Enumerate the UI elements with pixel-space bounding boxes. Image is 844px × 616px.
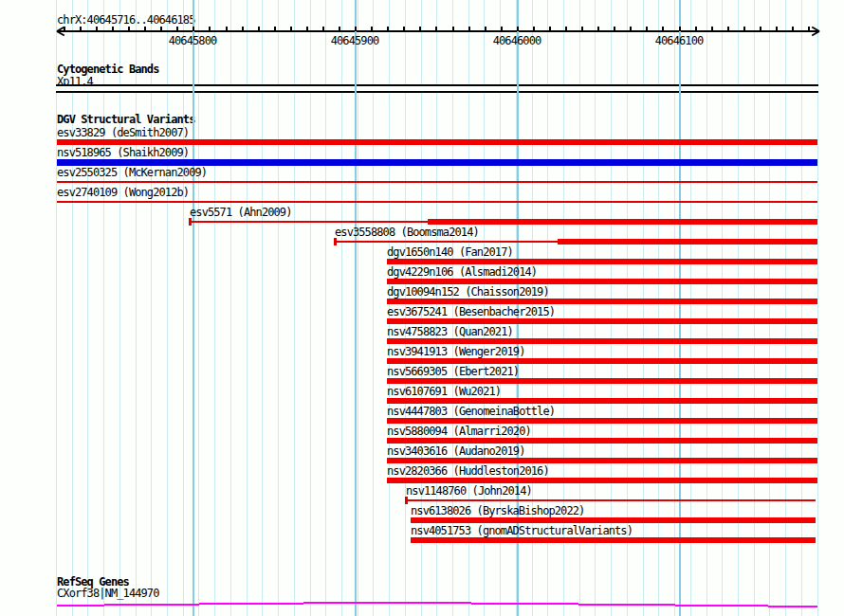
ruler-tick bbox=[96, 27, 98, 31]
variant-label[interactable]: esv3558808 (Boomsma2014) bbox=[335, 226, 479, 239]
ruler-tick bbox=[371, 27, 373, 31]
gene-line-segment[interactable] bbox=[303, 602, 471, 604]
ruler-tick bbox=[452, 27, 454, 31]
ruler-tick bbox=[646, 27, 648, 31]
variant-label[interactable]: esv3675241 (Besenbacher2015) bbox=[387, 306, 555, 318]
ruler-tick bbox=[419, 27, 421, 31]
variant-label[interactable]: esv5571 (Ahn2009) bbox=[190, 207, 292, 219]
ruler-tick bbox=[193, 27, 194, 31]
genome-browser-view: chrX:40645716..40646185 Cytogenetic Band… bbox=[0, 0, 844, 616]
ruler-tick bbox=[355, 27, 357, 31]
gene-line-segment[interactable] bbox=[675, 605, 768, 607]
ruler-tick bbox=[597, 27, 599, 31]
variant-label[interactable]: dgv1650n140 (Fan2017) bbox=[387, 246, 513, 259]
ruler-tick bbox=[549, 27, 551, 31]
variant-bar[interactable] bbox=[387, 438, 817, 444]
ruler-tick bbox=[517, 27, 519, 31]
variant-bar[interactable] bbox=[387, 418, 817, 424]
variant-bar[interactable] bbox=[57, 201, 817, 203]
ruler-tick bbox=[226, 27, 228, 31]
gene-line-segment[interactable] bbox=[768, 606, 817, 607]
variant-bar[interactable] bbox=[387, 358, 817, 364]
variant-label[interactable]: nsv2820366 (Huddleston2016) bbox=[387, 465, 549, 478]
variant-bar[interactable] bbox=[387, 299, 817, 304]
ruler-tick-label: 40645800 bbox=[169, 35, 217, 47]
ruler-tick bbox=[485, 27, 486, 31]
variant-bar[interactable] bbox=[411, 537, 816, 543]
gene-line-segment[interactable] bbox=[57, 605, 104, 607]
ruler-tick bbox=[711, 27, 713, 31]
ruler-tick bbox=[468, 27, 470, 31]
ruler-tick bbox=[258, 27, 260, 31]
variant-bar[interactable] bbox=[406, 499, 816, 501]
variant-label[interactable]: nsv5880094 (Almarri2020) bbox=[387, 426, 531, 438]
variant-label[interactable]: nsv5669305 (Ebert2021) bbox=[387, 366, 519, 378]
ruler-tick bbox=[727, 27, 729, 31]
variant-bar[interactable] bbox=[411, 517, 816, 523]
variant-bar[interactable] bbox=[387, 338, 817, 344]
variant-label[interactable]: nsv518965 (Shaikh2009) bbox=[57, 147, 189, 159]
gene-line-segment[interactable] bbox=[104, 604, 199, 606]
ruler-tick bbox=[662, 27, 664, 31]
variant-label[interactable]: dgv10094n152 (Chaisson2019) bbox=[387, 286, 549, 299]
gene-line-segment[interactable] bbox=[199, 603, 303, 605]
variant-label[interactable]: esv2740109 (Wong2012b) bbox=[57, 187, 189, 199]
gene-line-segment[interactable] bbox=[578, 604, 675, 606]
variant-label[interactable]: nsv6107691 (Wu2021) bbox=[387, 386, 501, 398]
variant-label[interactable]: dgv4229n106 (Alsmadi2014) bbox=[387, 266, 537, 279]
ruler-tick bbox=[565, 27, 567, 31]
variant-bar[interactable] bbox=[387, 279, 817, 284]
grid-major-line bbox=[679, 0, 681, 616]
variant-label[interactable]: nsv1148760 (John2014) bbox=[406, 485, 532, 498]
ruler-tick bbox=[112, 27, 114, 31]
ruler-tick bbox=[128, 27, 130, 31]
dgv-section-title: DGV Structural Variants bbox=[57, 114, 194, 126]
ruler-tick bbox=[80, 27, 82, 31]
ruler-tick bbox=[760, 27, 761, 31]
ruler-tick bbox=[274, 27, 276, 31]
variant-label[interactable]: nsv3403616 (Audano2019) bbox=[387, 445, 524, 458]
ruler-tick bbox=[290, 27, 292, 31]
ruler-tick bbox=[614, 27, 615, 31]
variant-bar[interactable] bbox=[387, 398, 817, 404]
grid-major-line bbox=[355, 0, 357, 616]
variant-bar[interactable] bbox=[558, 239, 817, 245]
ruler-tick bbox=[64, 27, 65, 31]
variant-bar[interactable] bbox=[57, 159, 817, 166]
ruler-tick bbox=[242, 27, 244, 31]
variant-label[interactable]: nsv6138026 (ByrskaBishop2022) bbox=[411, 505, 584, 517]
ruler-line[interactable] bbox=[57, 30, 819, 32]
variant-bar-thin-part[interactable] bbox=[335, 241, 558, 243]
ruler-tick-label: 40646000 bbox=[493, 35, 541, 47]
gene-label[interactable]: CXorf38|NM_144970 bbox=[57, 588, 159, 600]
ruler-tick bbox=[387, 27, 389, 31]
ruler-tick bbox=[403, 27, 405, 31]
variant-label[interactable]: esv33829 (deSmith2007) bbox=[57, 127, 189, 139]
variant-label[interactable]: nsv4758823 (Quan2021) bbox=[387, 326, 513, 338]
variant-bar[interactable] bbox=[57, 181, 817, 183]
variant-bar[interactable] bbox=[428, 219, 817, 225]
variant-bar-thin-part[interactable] bbox=[190, 221, 428, 223]
ruler-tick bbox=[209, 27, 211, 31]
gene-line-segment[interactable] bbox=[471, 603, 578, 605]
ruler-tick bbox=[695, 27, 697, 31]
ruler-tick bbox=[792, 27, 794, 31]
ruler-tick bbox=[630, 27, 632, 31]
variant-label[interactable]: nsv4447803 (GenomeinaBottle) bbox=[387, 406, 555, 418]
cytoband-box[interactable] bbox=[56, 84, 818, 93]
variant-bar[interactable] bbox=[387, 318, 817, 324]
ruler-tick bbox=[322, 27, 324, 31]
ruler-tick bbox=[679, 27, 681, 31]
ruler-tick bbox=[435, 27, 437, 31]
variant-bar[interactable] bbox=[57, 139, 817, 145]
variant-label[interactable]: nsv3941913 (Wenger2019) bbox=[387, 346, 524, 358]
variant-bar[interactable] bbox=[387, 259, 817, 264]
variant-bar[interactable] bbox=[387, 478, 817, 483]
variant-label[interactable]: esv2550325 (McKernan2009) bbox=[57, 167, 207, 179]
ruler-tick bbox=[306, 27, 308, 31]
variant-label[interactable]: nsv4051753 (gnomADStructuralVariants) bbox=[411, 525, 633, 537]
ruler-tick bbox=[533, 27, 535, 31]
variant-bar[interactable] bbox=[387, 458, 817, 463]
variant-bar[interactable] bbox=[387, 378, 817, 384]
ruler-tick bbox=[160, 27, 162, 31]
